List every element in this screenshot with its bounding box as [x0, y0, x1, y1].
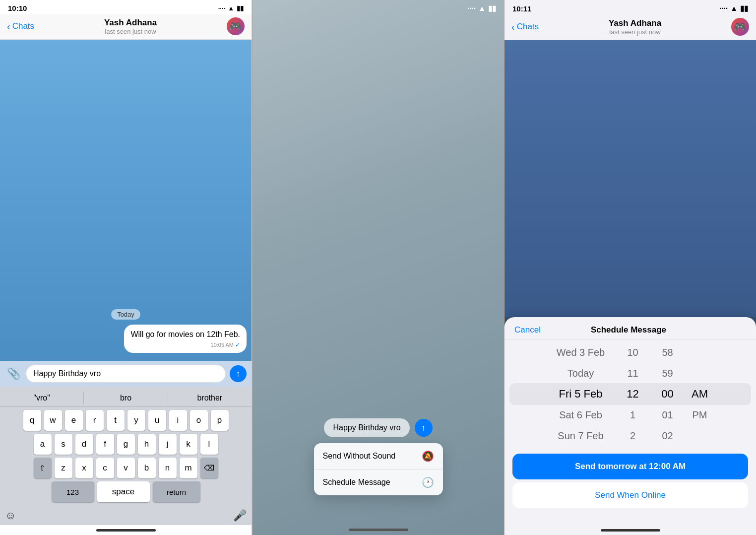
picker-ampm-spacer4	[685, 425, 715, 446]
key-i[interactable]: i	[169, 410, 187, 431]
send-button-p1[interactable]: ↑	[230, 365, 247, 382]
panel-schedule: 10:11 ···· ▲ ▮▮ ‹ Chats Yash Adhana last…	[504, 0, 756, 535]
key-v[interactable]: v	[117, 458, 135, 478]
send-online-button[interactable]: Send When Online	[512, 482, 748, 508]
key-o[interactable]: o	[190, 410, 208, 431]
nav-bar-p1: ‹ Chats Yash Adhana last seen just now 🎮	[0, 14, 252, 40]
date-time-picker[interactable]: Tue 2 Feb Wed 3 Feb Today Fri 5 Feb Sat …	[504, 339, 756, 449]
key-p[interactable]: p	[211, 410, 229, 431]
keyboard-bottom: ☺ 🎤	[0, 507, 252, 525]
key-shift[interactable]: ⇧	[34, 458, 52, 478]
avatar-p1[interactable]: 🎮	[227, 17, 245, 35]
back-label-p1[interactable]: Chats	[12, 21, 34, 31]
sheet-title: Schedule Message	[591, 325, 666, 335]
send-button-p2[interactable]: ↑	[415, 419, 433, 437]
key-123[interactable]: 123	[52, 481, 94, 502]
picker-min-5: 02	[650, 425, 685, 446]
key-m[interactable]: m	[180, 458, 197, 478]
picker-ampm-spacer2	[685, 342, 715, 363]
key-y[interactable]: y	[127, 410, 145, 431]
key-j[interactable]: j	[159, 434, 177, 455]
context-send-without-sound[interactable]: Send Without Sound 🔕	[314, 443, 443, 469]
picker-hour-column: 9 10 11 12 1 2 3	[616, 339, 650, 449]
key-z[interactable]: z	[55, 458, 72, 478]
autocomplete-label-1: bro	[120, 394, 131, 402]
chat-background-p3	[504, 40, 756, 317]
wifi-icon-p2: ▲	[478, 4, 486, 13]
key-w[interactable]: w	[44, 410, 62, 431]
autocomplete-item-2[interactable]: brother	[168, 392, 252, 404]
picker-date-1: Wed 3 Feb	[546, 342, 616, 363]
picker-min-2: 59	[650, 363, 685, 384]
key-s[interactable]: s	[55, 434, 72, 455]
wifi-icon: ▲	[228, 4, 234, 12]
context-menu: Send Without Sound 🔕 Schedule Message 🕐	[314, 443, 443, 495]
emoji-icon[interactable]: ☺	[5, 509, 16, 522]
date-badge: Today	[111, 309, 140, 320]
key-h[interactable]: h	[138, 434, 156, 455]
key-f[interactable]: f	[96, 434, 114, 455]
key-e[interactable]: e	[65, 410, 83, 431]
key-l[interactable]: l	[200, 434, 218, 455]
autocomplete-label-0: "vro"	[33, 394, 50, 402]
picker-min-4: 01	[650, 404, 685, 425]
picker-min-0: 57	[650, 339, 685, 342]
key-q[interactable]: q	[23, 410, 41, 431]
kb-row-2: a s d f g h j k l	[2, 434, 250, 455]
picker-date-6: Mon 8 Feb	[546, 446, 616, 449]
status-icons-p1: ···· ▲ ▮▮	[218, 4, 244, 12]
nav-center-p3: Yash Adhana last seen just now	[609, 18, 661, 36]
read-receipt-icon: ✓	[235, 341, 240, 348]
avatar-p3[interactable]: 🎮	[731, 18, 749, 36]
keyboard-rows: q w e r t y u i o p a s d f g h j k l	[0, 407, 252, 507]
mic-icon[interactable]: 🎤	[233, 509, 247, 522]
picker-ampm-spacer3	[685, 363, 715, 384]
status-icons-p2: ···· ▲ ▮▮	[467, 4, 496, 13]
signal-icon: ····	[218, 4, 225, 12]
contact-name-p1[interactable]: Yash Adhana	[104, 18, 157, 28]
autocomplete-item-1[interactable]: bro	[84, 392, 168, 404]
key-r[interactable]: r	[86, 410, 104, 431]
time-p3: 10:11	[512, 4, 531, 13]
schedule-sheet: Cancel Schedule Message Tue 2 Feb Wed 3 …	[504, 317, 756, 525]
key-return[interactable]: return	[153, 481, 200, 502]
back-button-p3[interactable]: ‹ Chats	[511, 21, 539, 33]
message-meta: 10:05 AM ✓	[130, 341, 240, 348]
back-label-p3[interactable]: Chats	[517, 22, 539, 32]
key-t[interactable]: t	[107, 410, 125, 431]
key-u[interactable]: u	[148, 410, 166, 431]
key-n[interactable]: n	[159, 458, 177, 478]
send-without-sound-label: Send Without Sound	[323, 452, 396, 461]
home-bar-p1	[96, 529, 156, 532]
picker-hour-1: 10	[616, 342, 650, 363]
autocomplete-item-0[interactable]: "vro"	[0, 392, 84, 404]
cancel-button[interactable]: Cancel	[514, 325, 541, 335]
message-time: 10:05 AM	[211, 342, 234, 348]
chevron-left-icon-p3: ‹	[511, 21, 515, 33]
message-area-p2: Happy Birthday vro ↑ Send Without Sound …	[252, 418, 504, 495]
key-k[interactable]: k	[180, 434, 197, 455]
message-bubble: Will go for movies on 12th Feb. 10:05 AM…	[124, 325, 247, 353]
picker-date-3: Fri 5 Feb	[546, 384, 616, 404]
message-input[interactable]	[26, 365, 226, 383]
contact-name-p3[interactable]: Yash Adhana	[609, 18, 661, 28]
key-g[interactable]: g	[117, 434, 135, 455]
bell-slash-icon: 🔕	[422, 450, 434, 462]
battery-icon-p2: ▮▮	[488, 4, 496, 13]
key-a[interactable]: a	[34, 434, 52, 455]
chevron-left-icon: ‹	[7, 21, 10, 32]
key-backspace[interactable]: ⌫	[200, 458, 218, 478]
kb-row-4: 123 space return	[2, 481, 250, 502]
context-schedule-message[interactable]: Schedule Message 🕐	[314, 469, 443, 495]
key-x[interactable]: x	[75, 458, 93, 478]
signal-icon-p3: ····	[719, 4, 728, 13]
key-b[interactable]: b	[138, 458, 156, 478]
key-space[interactable]: space	[97, 481, 150, 502]
kb-row-3: ⇧ z x c v b n m ⌫	[2, 458, 250, 478]
key-c[interactable]: c	[96, 458, 114, 478]
send-schedule-button[interactable]: Send tomorrow at 12:00 AM	[512, 454, 748, 479]
key-d[interactable]: d	[75, 434, 93, 455]
avatar-image-p3: 🎮	[734, 21, 746, 33]
attach-button[interactable]: 📎	[5, 365, 22, 382]
back-button-p1[interactable]: ‹ Chats	[7, 21, 34, 32]
